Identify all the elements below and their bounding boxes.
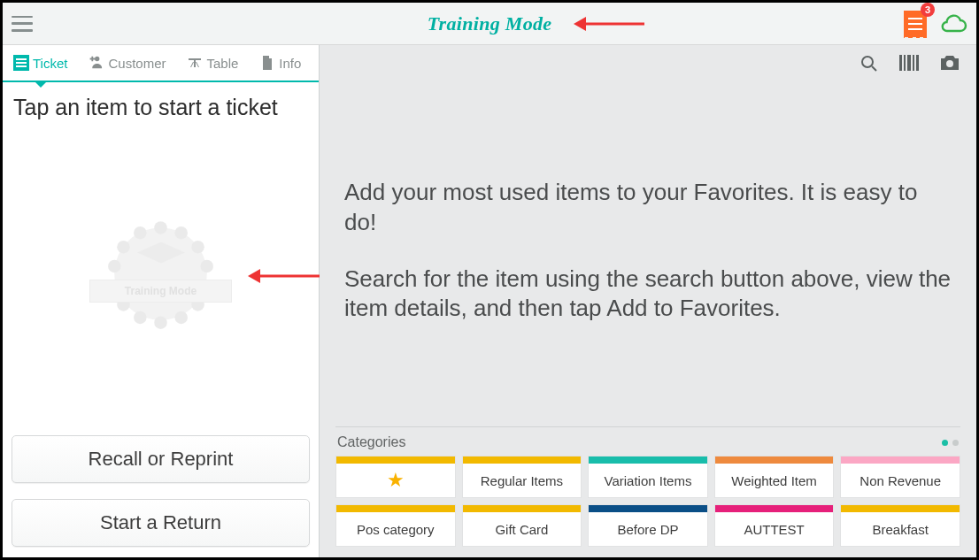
svg-point-2	[174, 226, 188, 239]
ticket-icon	[13, 55, 29, 71]
tab-customer[interactable]: Customer	[78, 45, 176, 81]
receipt-icon[interactable]: 3	[904, 11, 927, 37]
favorites-help-text: Add your most used items to your Favorit…	[320, 45, 976, 324]
training-badge-ribbon: Training Mode	[89, 280, 232, 303]
app-top-bar: Training Mode 3	[3, 3, 976, 45]
tab-info[interactable]: Info	[249, 45, 312, 81]
tab-ticket[interactable]: Ticket	[3, 45, 78, 81]
annotation-arrow-title	[574, 17, 644, 31]
svg-rect-20	[916, 55, 919, 71]
info-icon	[259, 55, 275, 71]
tab-label: Ticket	[33, 56, 67, 71]
category-tile[interactable]: Non Revenue	[840, 456, 960, 498]
pager-dot	[942, 440, 948, 446]
category-label: Gift Card	[463, 512, 582, 546]
svg-rect-16	[899, 55, 902, 71]
search-icon[interactable]	[860, 54, 879, 77]
category-color-stripe	[841, 505, 960, 512]
svg-point-3	[191, 240, 204, 253]
tab-label: Table	[206, 56, 238, 71]
start-return-button[interactable]: Start a Return	[12, 499, 310, 547]
category-pager[interactable]	[942, 440, 959, 446]
svg-rect-18	[907, 55, 911, 71]
hamburger-menu-icon[interactable]	[12, 16, 33, 32]
tab-label: Info	[279, 56, 301, 71]
category-color-stripe	[589, 505, 707, 512]
category-color-stripe	[589, 456, 707, 464]
page-title: Training Mode	[428, 12, 552, 35]
category-label: Before DP	[589, 512, 707, 546]
pager-dot	[952, 440, 959, 446]
category-color-stripe	[715, 456, 834, 464]
category-tile[interactable]: Breakfast	[840, 504, 960, 547]
training-mode-badge: Training Mode	[96, 212, 225, 341]
tab-row: Ticket Customer Table Info	[3, 45, 319, 82]
cloud-sync-icon[interactable]	[939, 14, 967, 34]
svg-point-7	[174, 311, 188, 324]
tab-table[interactable]: Table	[176, 45, 249, 81]
category-label: Weighted Item	[715, 464, 834, 497]
category-tile[interactable]: Before DP	[588, 504, 708, 547]
category-tile[interactable]: Pos category	[335, 504, 456, 547]
category-tile[interactable]: Weighted Item	[714, 456, 835, 498]
tab-label: Customer	[108, 56, 166, 71]
ticket-panel: Ticket Customer Table Info Tap	[3, 45, 320, 557]
svg-point-12	[108, 259, 121, 272]
category-label: Variation Items	[589, 464, 707, 497]
category-color-stripe	[336, 456, 455, 464]
category-color-stripe	[715, 505, 834, 512]
category-label: Breakfast	[841, 512, 960, 546]
category-label: Regular Items	[463, 464, 582, 497]
category-label: Pos category	[336, 512, 455, 546]
categories-heading: Categories	[337, 434, 405, 450]
add-customer-icon	[89, 55, 104, 71]
barcode-icon[interactable]	[898, 54, 920, 77]
category-color-stripe	[463, 505, 582, 512]
svg-point-13	[117, 240, 130, 253]
svg-point-21	[946, 60, 953, 67]
category-label: Non Revenue	[841, 464, 960, 497]
category-tile[interactable]: AUTTEST	[714, 504, 835, 547]
svg-point-15	[862, 57, 873, 67]
category-tile[interactable]: Gift Card	[462, 504, 582, 547]
svg-point-9	[134, 311, 147, 324]
svg-rect-17	[904, 55, 906, 71]
camera-icon[interactable]	[939, 54, 960, 77]
ticket-empty-prompt: Tap an item to start a ticket	[3, 82, 319, 124]
annotation-arrow-badge	[248, 269, 323, 283]
item-panel: Add your most used items to your Favorit…	[320, 45, 976, 557]
main-split: Ticket Customer Table Info Tap	[3, 45, 976, 557]
svg-point-8	[154, 316, 167, 329]
notification-badge: 3	[921, 3, 935, 17]
category-tile[interactable]: Variation Items	[588, 456, 708, 498]
category-label: ★	[336, 464, 455, 497]
category-tile[interactable]: ★	[335, 456, 456, 498]
table-icon	[187, 55, 203, 71]
svg-point-1	[154, 221, 167, 234]
star-icon: ★	[387, 469, 405, 492]
category-grid: ★Regular ItemsVariation ItemsWeighted It…	[335, 456, 960, 547]
svg-point-4	[200, 259, 213, 272]
svg-rect-19	[913, 55, 914, 71]
svg-point-14	[134, 226, 147, 239]
category-label: AUTTEST	[715, 512, 834, 546]
category-color-stripe	[336, 505, 455, 512]
category-color-stripe	[841, 456, 960, 464]
ticket-placeholder: Training Mode	[3, 124, 319, 428]
category-tile[interactable]: Regular Items	[462, 456, 582, 498]
favorites-help-line1: Add your most used items to your Favorit…	[344, 178, 952, 238]
recall-reprint-button[interactable]: Recall or Reprint	[12, 435, 310, 483]
category-color-stripe	[463, 456, 582, 464]
favorites-help-line2: Search for the item using the search but…	[344, 265, 952, 325]
